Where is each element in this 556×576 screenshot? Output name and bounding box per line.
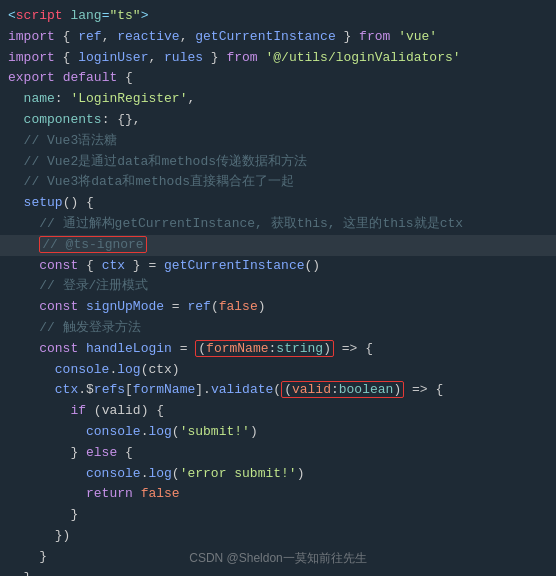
code-line-10: setup() { bbox=[0, 193, 556, 214]
code-line-19: ctx.$refs[formName].validate((valid:bool… bbox=[0, 380, 556, 401]
code-line-28: } bbox=[0, 568, 556, 576]
code-line-5: name: 'LoginRegister', bbox=[0, 89, 556, 110]
code-line-14: // 登录/注册模式 bbox=[0, 276, 556, 297]
code-line-17: const handleLogin = (formName:string) =>… bbox=[0, 339, 556, 360]
code-line-16: // 触发登录方法 bbox=[0, 318, 556, 339]
code-line-25: } bbox=[0, 505, 556, 526]
code-line-11: // 通过解构getCurrentInstance, 获取this, 这里的th… bbox=[0, 214, 556, 235]
code-line-24: return false bbox=[0, 484, 556, 505]
code-line-9: // Vue3将data和methods直接耦合在了一起 bbox=[0, 172, 556, 193]
code-line-22: } else { bbox=[0, 443, 556, 464]
code-line-12: // @ts-ignore bbox=[0, 235, 556, 256]
code-line-15: const signUpMode = ref(false) bbox=[0, 297, 556, 318]
code-line-13: const { ctx } = getCurrentInstance() bbox=[0, 256, 556, 277]
code-line-8: // Vue2是通过data和methods传递数据和方法 bbox=[0, 152, 556, 173]
code-line-3: import { loginUser, rules } from '@/util… bbox=[0, 48, 556, 69]
code-editor: <script lang="ts"> import { ref, reactiv… bbox=[0, 0, 556, 576]
code-line-1: <script lang="ts"> bbox=[0, 6, 556, 27]
code-line-4: export default { bbox=[0, 68, 556, 89]
code-line-20: if (valid) { bbox=[0, 401, 556, 422]
code-line-18: console.log(ctx) bbox=[0, 360, 556, 381]
watermark: CSDN @Sheldon一莫知前往先生 bbox=[0, 549, 556, 568]
code-line-21: console.log('submit!') bbox=[0, 422, 556, 443]
code-line-7: // Vue3语法糖 bbox=[0, 131, 556, 152]
code-line-26: }) bbox=[0, 526, 556, 547]
code-line-2: import { ref, reactive, getCurrentInstan… bbox=[0, 27, 556, 48]
code-line-6: components: {}, bbox=[0, 110, 556, 131]
code-line-23: console.log('error submit!') bbox=[0, 464, 556, 485]
